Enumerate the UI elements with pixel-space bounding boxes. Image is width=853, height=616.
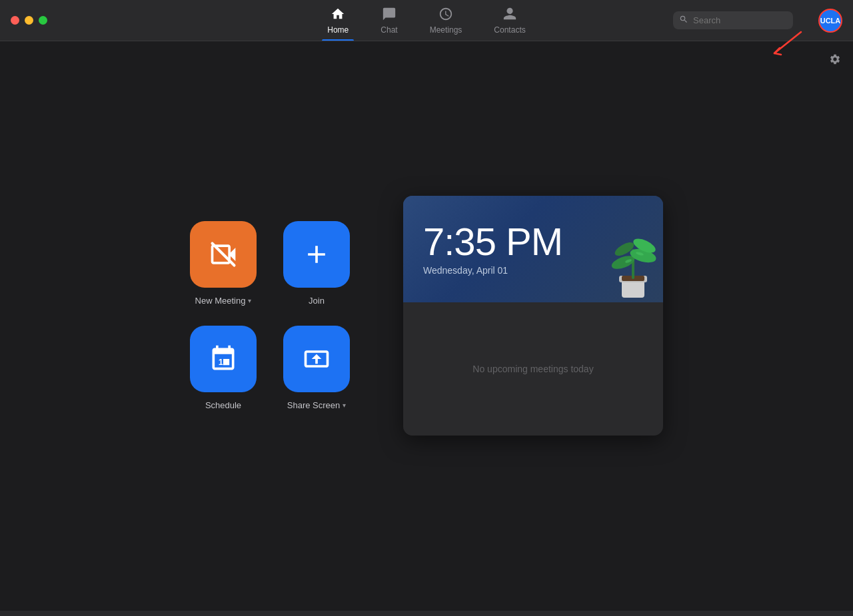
join-label: Join <box>309 296 325 306</box>
share-screen-button[interactable] <box>283 326 350 392</box>
titlebar: Home Chat Meetings Cont <box>0 0 853 41</box>
tab-home[interactable]: Home <box>311 1 365 40</box>
new-meeting-button[interactable] <box>190 221 257 288</box>
share-screen-chevron: ▾ <box>343 402 346 409</box>
new-meeting-label: New Meeting ▾ <box>195 296 252 306</box>
contacts-icon <box>502 7 517 23</box>
clock-body: No upcoming meetings today <box>403 302 663 436</box>
maximize-button[interactable] <box>39 16 47 25</box>
tab-chat-label: Chat <box>381 25 397 35</box>
tab-meetings[interactable]: Meetings <box>414 1 478 40</box>
home-icon <box>331 7 345 23</box>
avatar[interactable]: UCLA <box>818 9 842 33</box>
schedule-item: 19 Schedule <box>190 326 257 410</box>
tab-chat[interactable]: Chat <box>365 1 413 40</box>
tab-meetings-label: Meetings <box>430 25 462 35</box>
search-area <box>673 11 793 29</box>
schedule-label: Schedule <box>205 400 241 410</box>
search-input[interactable] <box>673 11 793 29</box>
window-controls <box>0 16 47 25</box>
close-button[interactable] <box>11 16 19 25</box>
clock-date: Wednesday, April 01 <box>423 265 643 276</box>
tab-contacts[interactable]: Contacts <box>478 1 541 40</box>
minimize-button[interactable] <box>25 16 33 25</box>
chat-icon <box>382 7 397 23</box>
share-screen-item: Share Screen ▾ <box>283 326 350 410</box>
bottom-bar <box>0 611 853 616</box>
no-meetings-text: No upcoming meetings today <box>472 364 593 374</box>
new-meeting-chevron: ▾ <box>248 297 251 304</box>
search-icon <box>679 15 688 26</box>
tab-contacts-label: Contacts <box>494 25 525 35</box>
clock-card: 7:35 PM Wednesday, April 01 <box>403 196 663 436</box>
tab-home-label: Home <box>327 25 349 35</box>
schedule-button[interactable]: 19 <box>190 326 257 392</box>
clock-header: 7:35 PM Wednesday, April 01 <box>403 196 663 302</box>
action-grid: New Meeting ▾ Join 19 <box>190 221 350 410</box>
svg-text:19: 19 <box>219 357 228 367</box>
main-content: New Meeting ▾ Join 19 <box>0 41 853 616</box>
share-screen-label: Share Screen ▾ <box>287 400 347 410</box>
meetings-icon <box>438 7 453 23</box>
clock-time: 7:35 PM <box>423 222 643 261</box>
avatar-initials: UCLA <box>820 17 841 25</box>
new-meeting-item: New Meeting ▾ <box>190 221 257 306</box>
join-button[interactable] <box>283 221 350 288</box>
join-item: Join <box>283 221 350 306</box>
